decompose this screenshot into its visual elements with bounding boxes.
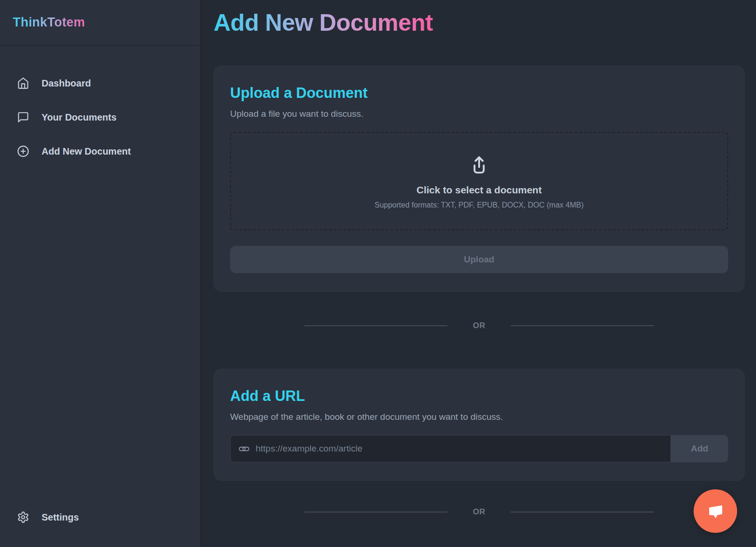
app-logo[interactable]: ThinkTotem: [13, 15, 85, 30]
sidebar: ThinkTotem Dashboard Your Documents Add …: [0, 0, 201, 547]
upload-icon: [467, 153, 491, 178]
main-content: Add New Document Upload a Document Uploa…: [201, 0, 756, 547]
upload-card-subtitle: Upload a file you want to discuss.: [230, 109, 728, 119]
divider-line: [511, 512, 654, 512]
plus-circle-icon: [17, 145, 29, 157]
divider-line: [304, 325, 447, 326]
url-input[interactable]: [256, 443, 662, 454]
add-url-card: Add a URL Webpage of the article, book o…: [214, 369, 745, 481]
link-icon: [239, 443, 249, 454]
sidebar-item-settings[interactable]: Settings: [0, 506, 200, 528]
sidebar-footer: Settings: [0, 506, 200, 547]
dropzone-hint: Supported formats: TXT, PDF, EPUB, DOCX,…: [375, 201, 584, 209]
sidebar-item-label: Settings: [42, 512, 79, 523]
home-icon: [17, 77, 29, 89]
divider-label: OR: [473, 507, 486, 517]
chat-bubble-icon: [705, 501, 725, 521]
upload-document-card: Upload a Document Upload a file you want…: [214, 66, 745, 292]
or-divider: OR: [304, 320, 654, 331]
file-dropzone[interactable]: Click to select a document Supported for…: [230, 132, 728, 230]
or-divider-bottom: OR: [304, 506, 654, 518]
app-window: ThinkTotem Dashboard Your Documents Add …: [0, 0, 756, 547]
sidebar-item-your-documents[interactable]: Your Documents: [0, 106, 200, 128]
url-card-subtitle: Webpage of the article, book or other do…: [230, 412, 728, 422]
sidebar-item-label: Dashboard: [42, 78, 91, 89]
sidebar-spacer: [0, 162, 200, 506]
divider-line: [304, 512, 447, 512]
gear-icon: [17, 511, 29, 523]
divider-line: [511, 325, 654, 326]
divider-label: OR: [473, 321, 486, 330]
add-url-button[interactable]: Add: [671, 435, 728, 462]
sidebar-nav: Dashboard Your Documents Add New Documen…: [0, 46, 200, 162]
sidebar-header: ThinkTotem: [0, 0, 200, 46]
page-title: Add New Document: [214, 8, 433, 38]
sidebar-item-label: Add New Document: [42, 146, 131, 157]
upload-card-title: Upload a Document: [230, 84, 728, 102]
sidebar-item-dashboard[interactable]: Dashboard: [0, 72, 200, 94]
url-field-wrapper: [230, 435, 671, 462]
url-input-group: Add: [230, 435, 728, 462]
chat-widget-button[interactable]: [694, 489, 737, 533]
dropzone-label: Click to select a document: [417, 184, 542, 196]
url-card-title: Add a URL: [230, 387, 728, 405]
sidebar-item-label: Your Documents: [42, 112, 117, 123]
upload-button[interactable]: Upload: [230, 246, 728, 273]
message-square-icon: [17, 111, 29, 123]
sidebar-item-add-new-document[interactable]: Add New Document: [0, 140, 200, 162]
